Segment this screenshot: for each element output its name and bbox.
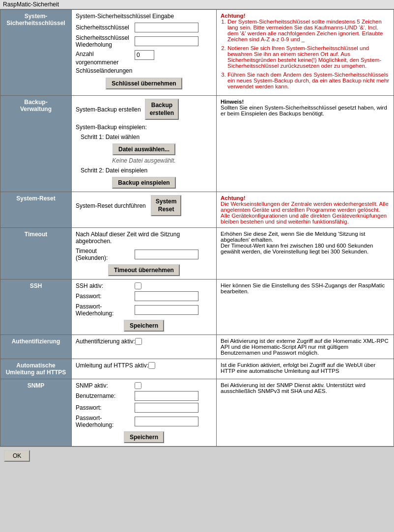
system-key-warning-list: Der System-Sicherheitsschlüssel sollte m… [221, 19, 390, 89]
timeout-left: Timeout [0, 228, 72, 280]
snmp-save-button[interactable]: Speichern [124, 431, 164, 443]
choose-file-wrapper: Datei auswählen... [76, 143, 212, 155]
system-key-row: System-Sicherheitsschlüssel System-Siche… [0, 10, 394, 96]
timeout-field-label: Timeout(Sekunden): [76, 248, 135, 261]
timeout-middle: Nach Ablauf dieser Zeit wird die Sitzung… [72, 228, 217, 280]
ssh-password-repeat-label: Passwort-Wiederholung: [76, 303, 135, 317]
backup-create-button[interactable]: Backuperstellen [145, 99, 179, 120]
system-reset-button[interactable]: SystemReset [151, 195, 182, 216]
backup-row: Backup-Verwaltung System-Backup erstelle… [0, 96, 394, 192]
snmp-active-checkbox[interactable] [135, 382, 141, 389]
system-reset-row: System-Reset System-Reset durchführen Sy… [0, 192, 394, 228]
https-right: Ist die Funktion aktiviert, erfolgt bei … [217, 359, 394, 379]
https-active-checkbox[interactable] [148, 362, 155, 369]
snmp-password-label: Passwort: [76, 404, 135, 411]
https-right-text: Ist die Funktion aktiviert, erfolgt bei … [221, 362, 375, 374]
snmp-active-label: SNMP aktiv: [76, 382, 135, 389]
title-bar: RaspMatic-Sicherheit [0, 0, 394, 9]
backup-hint-text: Sollten Sie einen System-Sicherheitsschl… [221, 105, 387, 116]
accept-key-button[interactable]: Schlüssel übernehmen [106, 78, 182, 89]
snmp-middle: SNMP aktiv: Benutzername: Passwort: Pass… [72, 379, 217, 447]
no-file-note-text: Keine Datei ausgewählt. [112, 157, 175, 164]
snmp-password-input[interactable] [135, 403, 198, 413]
timeout-input[interactable] [135, 250, 198, 259]
https-active-row: Umleitung auf HTTPS aktiv: [76, 362, 212, 369]
auth-middle: Authentifizierung aktiv: [72, 335, 217, 359]
step2-label: Schritt 2: Datei einspielen [81, 167, 212, 174]
key-change-count-row: AnzahlvorgenommenerSchlüsseländerungen [76, 50, 212, 75]
ssh-active-label: SSH aktiv: [76, 282, 135, 289]
ssh-save-button[interactable]: Speichern [124, 320, 164, 332]
backup-restore-label: System-Backup einspielen: [76, 124, 212, 131]
snmp-password-repeat-row: Passwort-Wiederholung: [76, 415, 212, 428]
system-key-left: System-Sicherheitsschlüssel [0, 10, 72, 96]
https-active-label: Umleitung auf HTTPS aktiv: [76, 362, 148, 369]
system-key-right: Achtung! Der System-Sicherheitsschlüssel… [217, 10, 394, 96]
title-bar-label: RaspMatic-Sicherheit [3, 1, 59, 8]
backup-create-label: System-Backup erstellen [76, 106, 141, 113]
snmp-username-input[interactable] [135, 391, 198, 401]
backup-create-wrapper: System-Backup erstellen Backuperstellen [76, 99, 212, 120]
ok-button[interactable]: OK [4, 450, 30, 462]
security-key-label: Sicherheitsschlüssel [76, 24, 135, 31]
system-reset-middle: System-Reset durchführen SystemReset [72, 192, 217, 228]
security-key-repeat-input[interactable] [135, 36, 198, 46]
snmp-password-row: Passwort: [76, 403, 212, 413]
timeout-right-text: Erhöhen Sie diese Zeit, wenn Sie die Mel… [221, 231, 373, 254]
security-key-input[interactable] [135, 23, 198, 32]
auth-active-label: Authentifizierung aktiv: [76, 338, 135, 345]
snmp-password-repeat-input[interactable] [135, 417, 198, 426]
restore-button[interactable]: Backup einspielen [112, 177, 175, 189]
ssh-password-label: Passwort: [76, 293, 135, 300]
no-file-note: Keine Datei ausgewählt. [76, 157, 212, 164]
timeout-desc: Nach Ablauf dieser Zeit wird die Sitzung… [76, 231, 212, 245]
auth-right: Bei Aktivierung ist der externe Zugriff … [217, 335, 394, 359]
backup-right: Hinweis! Sollten Sie einen System-Sicher… [217, 96, 394, 192]
https-middle: Umleitung auf HTTPS aktiv: [72, 359, 217, 379]
snmp-right-text: Bei Aktivierung ist der SNMP Dienst akti… [221, 382, 366, 394]
ssh-row: SSH SSH aktiv: Passwort: Passwort-Wieder… [0, 280, 394, 335]
ssh-password-repeat-input[interactable] [135, 305, 198, 315]
system-key-warning-title: Achtung! [221, 13, 245, 19]
auth-active-checkbox[interactable] [135, 338, 142, 345]
snmp-right: Bei Aktivierung ist der SNMP Dienst akti… [217, 379, 394, 447]
https-row: AutomatischeUmleitung auf HTTPS Umleitun… [0, 359, 394, 379]
ssh-password-repeat-row: Passwort-Wiederholung: [76, 303, 212, 317]
snmp-username-row: Benutzername: [76, 391, 212, 401]
ssh-password-row: Passwort: [76, 291, 212, 301]
ssh-right-text: Hier können Sie die Einstellung des SSH-… [221, 282, 385, 294]
security-key-repeat-row: SicherheitsschlüsselWiederholung [76, 34, 212, 48]
key-change-count-input[interactable] [135, 50, 154, 60]
auth-right-text: Bei Aktivierung ist der externe Zugriff … [221, 338, 389, 356]
security-key-repeat-label: SicherheitsschlüsselWiederholung [76, 34, 135, 48]
backup-left: Backup-Verwaltung [0, 96, 72, 192]
warning-item-1: Der System-Sicherheitsschlüssel sollte m… [227, 19, 390, 42]
timeout-accept-button[interactable]: Timeout übernehmen [108, 264, 180, 276]
system-key-middle: System-Sicherheitsschlüssel Eingabe Sich… [72, 10, 217, 96]
https-left: AutomatischeUmleitung auf HTTPS [0, 359, 72, 379]
timeout-field-row: Timeout(Sekunden): [76, 248, 212, 261]
key-change-count-label: AnzahlvorgenommenerSchlüsseländerungen [76, 50, 135, 75]
snmp-password-repeat-label: Passwort-Wiederholung: [76, 415, 135, 428]
accept-key-btn-wrapper: Schlüssel übernehmen [76, 78, 212, 89]
ssh-save-btn-wrapper: Speichern [76, 320, 212, 332]
ssh-active-checkbox[interactable] [135, 282, 141, 289]
choose-file-button[interactable]: Datei auswählen... [113, 143, 175, 155]
timeout-row: Timeout Nach Ablauf dieser Zeit wird die… [0, 228, 394, 280]
footer-bar: OK [0, 447, 394, 465]
warning-item-3: Führen Sie nach dem Ändern des System-Si… [227, 72, 390, 89]
ssh-password-input[interactable] [135, 291, 198, 301]
backup-hint-title: Hinweis! [221, 99, 244, 105]
timeout-right: Erhöhen Sie diese Zeit, wenn Sie die Mel… [217, 228, 394, 280]
ssh-middle: SSH aktiv: Passwort: Passwort-Wiederholu… [72, 280, 217, 335]
snmp-left: SNMP [0, 379, 72, 447]
system-reset-right: Achtung! Die Werkseinstellungen der Zent… [217, 192, 394, 228]
auth-left: Authentifizierung [0, 335, 72, 359]
backup-middle: System-Backup erstellen Backuperstellen … [72, 96, 217, 192]
timeout-accept-btn-wrapper: Timeout übernehmen [76, 264, 212, 276]
system-reset-left: System-Reset [0, 192, 72, 228]
snmp-active-row: SNMP aktiv: [76, 382, 212, 389]
auth-active-row: Authentifizierung aktiv: [76, 338, 212, 345]
ssh-right: Hier können Sie die Einstellung des SSH-… [217, 280, 394, 335]
auth-row: Authentifizierung Authentifizierung akti… [0, 335, 394, 359]
